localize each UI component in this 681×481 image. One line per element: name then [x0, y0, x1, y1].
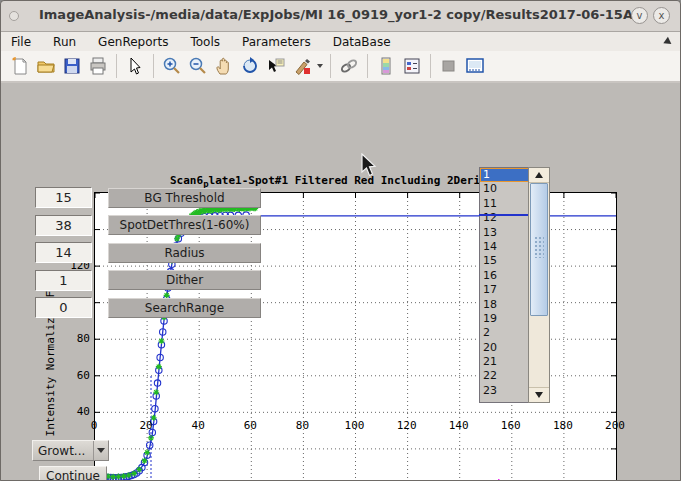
- menu-item-database[interactable]: DataBase: [333, 35, 391, 49]
- menu-item-file[interactable]: File: [11, 35, 31, 49]
- x-tick-label: 40: [186, 419, 210, 432]
- menu-item-genreports[interactable]: GenReports: [98, 35, 168, 49]
- param-label-dither[interactable]: Dither: [108, 270, 261, 290]
- shade-window-button[interactable]: v: [631, 7, 648, 24]
- param-field-spotdetthres-1-60[interactable]: [35, 215, 92, 236]
- toolbar-separator: [153, 54, 154, 78]
- x-tick-label: 200: [603, 419, 627, 432]
- growth-dropdown-label: Growt...: [33, 444, 93, 458]
- param-field-radius[interactable]: [35, 242, 92, 263]
- window-title: ImageAnalysis-/media/data/ExpJobs/MI 16_…: [1, 7, 680, 22]
- toolbar-separator: [330, 54, 331, 78]
- x-tick-label: 20: [134, 419, 158, 432]
- scroll-up-icon[interactable]: [529, 168, 549, 183]
- brush-icon[interactable]: [290, 54, 314, 78]
- listbox-scrollbar[interactable]: [528, 167, 550, 403]
- x-tick-label: 180: [551, 419, 575, 432]
- mouse-cursor-icon: [361, 153, 379, 179]
- pointer-icon[interactable]: [123, 54, 147, 78]
- figure-canvas: Scan6plate1-Spot#1 Filtered Red Includin…: [2, 85, 681, 481]
- x-tick-label: 60: [238, 419, 262, 432]
- param-field-searchrange[interactable]: [35, 297, 92, 318]
- toolbar: [1, 51, 680, 83]
- y-tick-label: 40: [56, 405, 90, 418]
- continue-button[interactable]: Continue: [39, 466, 107, 481]
- y-tick-label: 80: [56, 332, 90, 345]
- rotate-3d-icon[interactable]: [238, 54, 262, 78]
- chevron-down-icon[interactable]: [93, 441, 108, 460]
- param-label-radius[interactable]: Radius: [108, 243, 261, 263]
- toolbar-separator: [367, 54, 368, 78]
- figure-window-icon[interactable]: [463, 54, 487, 78]
- new-document-icon[interactable]: [8, 54, 32, 78]
- menu-item-tools[interactable]: Tools: [190, 35, 220, 49]
- data-cursor-icon[interactable]: [264, 54, 288, 78]
- param-label-searchrange[interactable]: SearchRange: [108, 298, 261, 318]
- toolbar-separator: [116, 54, 117, 78]
- y-tick-label: 60: [56, 369, 90, 382]
- x-tick-label: 80: [290, 419, 314, 432]
- open-folder-icon[interactable]: [34, 54, 58, 78]
- colormap-icon[interactable]: [374, 54, 398, 78]
- x-tick-label: 120: [395, 419, 419, 432]
- x-tick-label: 0: [82, 419, 106, 432]
- param-field-bg-threshold[interactable]: [35, 187, 92, 208]
- menu-item-parameters[interactable]: Parameters: [242, 35, 311, 49]
- param-label-spotdetthres-1-60[interactable]: SpotDetThres(1-60%): [108, 215, 261, 235]
- app-window: ImageAnalysis-/media/data/ExpJobs/MI 16_…: [0, 0, 681, 481]
- scrollbar-thumb[interactable]: [530, 183, 548, 316]
- scrollbar-grip: [534, 236, 544, 258]
- scroll-down-icon[interactable]: [529, 387, 549, 402]
- growth-dropdown[interactable]: Growt...: [32, 440, 109, 461]
- menu-bar: FileRunGenReportsToolsParametersDataBase: [1, 32, 680, 51]
- brush-dropdown-caret-icon[interactable]: [315, 54, 325, 78]
- menu-item-run[interactable]: Run: [53, 35, 76, 49]
- close-window-button[interactable]: x: [653, 7, 670, 24]
- disabled-square-icon[interactable]: [437, 54, 461, 78]
- pan-hand-icon[interactable]: [212, 54, 236, 78]
- zoom-in-icon[interactable]: [160, 54, 184, 78]
- x-tick-label: 100: [343, 419, 367, 432]
- toolbar-separator: [430, 54, 431, 78]
- param-field-dither[interactable]: [35, 270, 92, 291]
- print-icon[interactable]: [86, 54, 110, 78]
- link-plots-icon[interactable]: [337, 54, 361, 78]
- zoom-out-icon[interactable]: [186, 54, 210, 78]
- title-bar[interactable]: ImageAnalysis-/media/data/ExpJobs/MI 16_…: [1, 1, 680, 32]
- x-tick-label: 140: [447, 419, 471, 432]
- save-icon[interactable]: [60, 54, 84, 78]
- param-label-bg-threshold[interactable]: BG Threshold: [108, 188, 261, 208]
- legend-icon[interactable]: [400, 54, 424, 78]
- x-tick-label: 160: [499, 419, 523, 432]
